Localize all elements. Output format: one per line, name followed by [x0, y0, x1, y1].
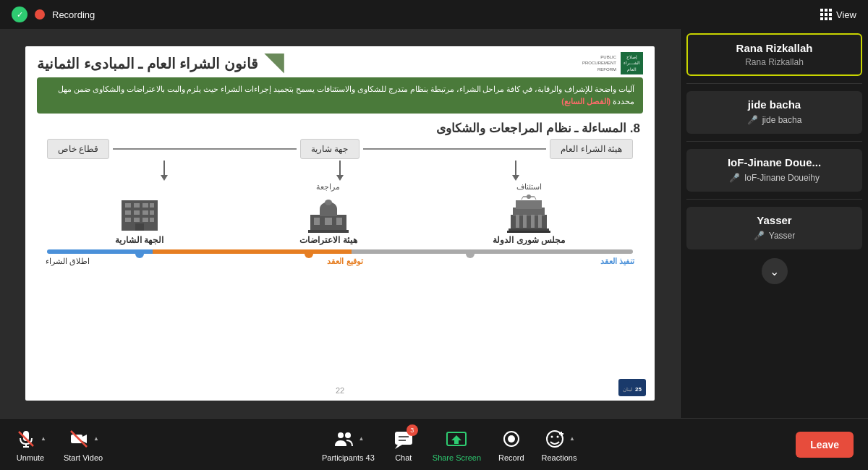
- logo-arabic: إصلاحالشـــراءالعام: [621, 52, 643, 74]
- video-caret: ▲: [93, 435, 99, 442]
- svg-rect-18: [325, 218, 332, 225]
- svg-rect-4: [523, 215, 527, 228]
- svg-rect-20: [308, 230, 349, 233]
- arrow-down-center: [336, 161, 344, 181]
- building-2-icon: [307, 193, 350, 233]
- participant-name-yasser: Yasser: [695, 214, 854, 226]
- svg-rect-33: [150, 218, 154, 222]
- recording-label: Recording: [52, 9, 95, 20]
- video-muted-icon: [67, 427, 90, 450]
- sidebar: Rana Rizkallah Rana Rizkallah jide bacha…: [680, 29, 868, 418]
- microphone-muted-icon: [14, 427, 38, 450]
- top-bar: ✓ Recording View: [0, 0, 868, 29]
- chat-icon: 3: [392, 427, 415, 450]
- main-content: إصلاحالشـــراءالعام PUBLICPROCUREMENTREF…: [0, 29, 868, 418]
- svg-rect-6: [538, 215, 542, 228]
- record-button[interactable]: Record: [498, 427, 524, 462]
- building-2-wrapper: مراجعة: [299, 182, 357, 245]
- reactions-button[interactable]: ▲ Reactions: [542, 427, 577, 462]
- participant-card-yasser[interactable]: Yasser 🎤 Yasser: [686, 207, 862, 249]
- slide-area: إصلاحالشـــراءالعام PUBLICPROCUREMENTREF…: [0, 29, 680, 418]
- chat-label: Chat: [395, 453, 412, 462]
- participant-card-jinane[interactable]: IoF-Jinane Doue... 🎤 IoF-Jinane Doueihy: [686, 149, 862, 192]
- svg-rect-29: [150, 210, 154, 215]
- svg-line-11: [522, 197, 523, 200]
- start-video-button[interactable]: ▲ Start Video: [64, 427, 103, 462]
- section-title: 8. المساءلة ـ نظام المراجعات والشكاوى: [25, 116, 655, 139]
- svg-rect-5: [531, 215, 535, 228]
- participants-icon: [332, 427, 355, 450]
- participants-label: Participants 43: [322, 453, 375, 462]
- participant-card-jide[interactable]: jide bacha 🎤 jide bacha: [686, 91, 862, 134]
- logo-english: PUBLICPROCUREMENTREFORM: [582, 54, 616, 72]
- timeline-label-1: تنفيذ العقد: [600, 257, 634, 266]
- recording-dot-icon: [35, 9, 45, 20]
- reactions-icon: [543, 427, 566, 450]
- arrow-down-left: [161, 161, 168, 181]
- svg-point-43: [345, 432, 351, 438]
- building-1-label: مجلس شورى الدولة: [493, 235, 565, 245]
- record-icon: [500, 427, 523, 450]
- mic-muted-icon-yasser: 🎤: [754, 231, 765, 241]
- share-screen-button[interactable]: Share Screen: [433, 427, 481, 462]
- svg-marker-49: [451, 435, 461, 444]
- grid-icon: [820, 9, 832, 20]
- building-3-icon: [118, 193, 161, 233]
- toolbar-center: ▲ Participants 43 3 Chat: [322, 427, 576, 462]
- svg-rect-2: [516, 200, 542, 209]
- svg-rect-25: [150, 203, 154, 208]
- timeline-label-3: اطلاق الشراء: [46, 257, 90, 266]
- security-shield-icon: ✓: [12, 7, 27, 22]
- building-3-wrapper: الجهة الشارية: [115, 193, 163, 245]
- building-1-icon: [507, 193, 550, 233]
- scroll-down-button[interactable]: ⌄: [762, 258, 788, 284]
- green-box-text: آليات واضحة للإشراف والرقابة، في كافة مر…: [46, 83, 634, 108]
- participant-sub-jinane: IoF-Jinane Doueihy: [744, 173, 820, 183]
- record-label: Record: [498, 453, 524, 462]
- divider-2: [686, 141, 862, 142]
- svg-line-12: [535, 197, 536, 200]
- view-label: View: [836, 9, 856, 20]
- bottom-toolbar: ▲ Unmute ▲ Start Video: [0, 418, 868, 470]
- slide-container: إصلاحالشـــراءالعام PUBLICPROCUREMENTREF…: [25, 46, 655, 401]
- svg-point-54: [557, 435, 559, 437]
- chat-badge: 3: [407, 424, 418, 436]
- share-screen-label: Share Screen: [433, 453, 481, 462]
- svg-rect-31: [134, 218, 140, 222]
- participant-sub-rana: Rana Rizkallah: [697, 57, 852, 67]
- unmute-caret: ▲: [41, 435, 46, 442]
- svg-rect-30: [125, 218, 131, 222]
- share-screen-icon: [445, 427, 468, 450]
- svg-rect-32: [142, 218, 148, 222]
- svg-rect-23: [134, 203, 140, 208]
- svg-point-16: [325, 200, 332, 205]
- svg-point-42: [338, 432, 344, 438]
- mic-muted-icon-jinane: 🎤: [729, 173, 740, 183]
- flow-box-left: قطاع خاص: [47, 139, 109, 159]
- unmute-label: Unmute: [17, 453, 45, 462]
- svg-marker-45: [395, 445, 402, 449]
- toolbar-left: ▲ Unmute ▲ Start Video: [14, 427, 103, 462]
- divider-3: [686, 199, 862, 200]
- title-accent: [264, 54, 284, 74]
- flow-box-right: هيئة الشراء العام: [550, 139, 633, 159]
- appeal-label: استئناف: [516, 182, 542, 192]
- view-button[interactable]: View: [820, 9, 856, 20]
- svg-rect-8: [507, 231, 550, 233]
- flow-box-center: جهة شارية: [300, 139, 359, 159]
- timeline-bar: [47, 249, 633, 254]
- chat-button[interactable]: 3 Chat: [392, 427, 415, 462]
- reactions-label: Reactions: [542, 453, 577, 462]
- slide-number: 22: [336, 386, 344, 395]
- svg-rect-17: [314, 218, 320, 225]
- participant-card-rana[interactable]: Rana Rizkallah Rana Rizkallah: [686, 33, 862, 76]
- leave-button[interactable]: Leave: [796, 432, 854, 458]
- svg-rect-34: [135, 223, 144, 231]
- top-bar-left: ✓ Recording: [12, 7, 95, 22]
- svg-rect-19: [336, 218, 342, 225]
- arrow-down-right: [512, 161, 519, 181]
- participants-button[interactable]: ▲ Participants 43: [322, 427, 375, 462]
- divider-1: [686, 83, 862, 84]
- unmute-button[interactable]: ▲ Unmute: [14, 427, 46, 462]
- green-content-box: آليات واضحة للإشراف والرقابة، في كافة مر…: [37, 77, 643, 114]
